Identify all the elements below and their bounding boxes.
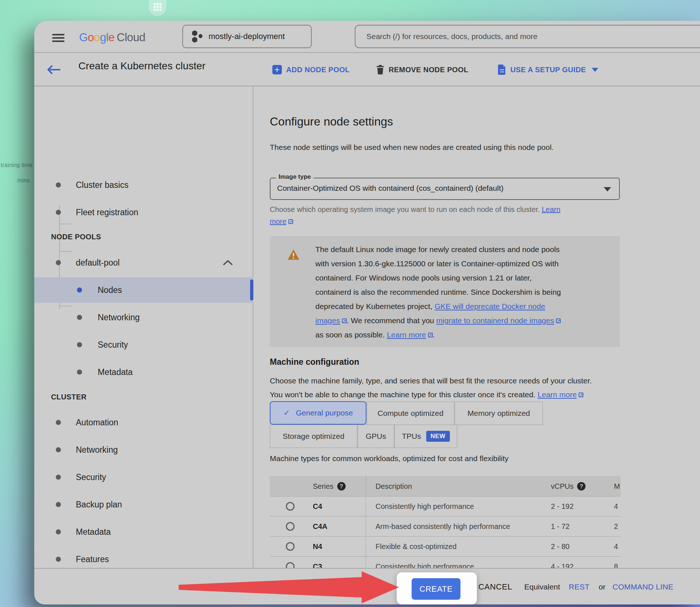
sidebar-item-label: Security [98, 340, 128, 350]
description-cell: Arm-based consistently high performance [376, 522, 510, 531]
column-divider [366, 476, 366, 568]
add-node-pool-button[interactable]: ADD NODE POOL [272, 53, 350, 86]
description-cell: Consistently high performance [376, 502, 474, 511]
sidebar-item-pool-security[interactable]: Security [34, 332, 253, 357]
help-icon[interactable] [577, 482, 586, 490]
sidebar-item-label: Backup plan [76, 500, 122, 510]
sidebar-item-label: default-pool [76, 258, 120, 268]
sidebar-item-label: Automation [76, 418, 118, 428]
vcpus-cell: 1 - 72 [551, 522, 569, 531]
step-dot-icon [56, 529, 61, 534]
stepper-sidebar: Cluster basics Fleet registration NODE P… [34, 86, 253, 568]
chevron-down-icon [592, 68, 598, 72]
image-type-select[interactable]: Image type Container-Optimized OS with c… [270, 178, 620, 200]
sidebar-item-metadata[interactable]: Metadata [34, 519, 253, 545]
tab-label: General purpose [296, 409, 353, 417]
sidebar-item-label: Networking [98, 313, 140, 322]
external-link-icon [342, 318, 347, 323]
radio-button[interactable] [286, 522, 295, 531]
project-selector[interactable]: mostly-ai-deployment [182, 25, 312, 48]
command-line-link[interactable]: COMMAND LINE [612, 569, 673, 604]
learn-more-link[interactable]: Learn more [387, 330, 426, 339]
remove-node-pool-button[interactable]: REMOVE NODE POOL [376, 53, 468, 86]
machine-type-table: Series Description vCPUs M C4 Consistent… [270, 476, 621, 568]
sidebar-item-default-pool[interactable]: default-pool [34, 250, 253, 275]
search-input[interactable] [355, 25, 700, 48]
rest-link[interactable]: REST [569, 569, 590, 604]
vcpus-cell: 2 - 80 [551, 542, 569, 551]
tab-label: TPUs [402, 432, 421, 441]
sidebar-item-cluster-basics[interactable]: Cluster basics [34, 172, 253, 198]
tab-compute-optimized[interactable]: Compute optimized [367, 402, 454, 425]
table-row-c4[interactable]: C4 Consistently high performance 2 - 192… [270, 496, 621, 516]
menu-icon[interactable] [52, 34, 65, 43]
learn-more-link[interactable]: Learn more [538, 390, 577, 399]
memory-cell: 4 [614, 502, 618, 511]
background-grid-icon [149, 0, 166, 16]
setup-guide-button[interactable]: USE A SETUP GUIDE [498, 53, 598, 86]
sidebar-item-backup-plan[interactable]: Backup plan [34, 492, 253, 517]
table-row-c4a[interactable]: C4A Arm-based consistently high performa… [270, 516, 621, 536]
description-cell: Consistently high performance [376, 562, 474, 568]
logo-letter: g [100, 31, 106, 44]
top-bar: GoogleCloud mostly-ai-deployment [34, 21, 700, 53]
radio-button[interactable] [286, 562, 295, 568]
radio-button[interactable] [286, 542, 295, 551]
tab-general-purpose[interactable]: ✓ General purpose [270, 401, 366, 425]
console-window: GoogleCloud mostly-ai-deployment Create … [34, 21, 700, 604]
back-arrow-icon[interactable] [45, 65, 61, 75]
radio-button[interactable] [286, 502, 295, 511]
sidebar-item-label: Nodes [98, 285, 122, 295]
sidebar-section-cluster: CLUSTER [51, 393, 86, 401]
sidebar-item-security[interactable]: Security [34, 464, 253, 490]
tab-storage-optimized[interactable]: Storage optimized [270, 425, 357, 448]
deprecate-docker-link[interactable]: images [315, 316, 340, 325]
table-row-c3[interactable]: C3 Consistently high performance 4 - 192… [270, 556, 621, 568]
collapse-chevron-icon[interactable] [223, 260, 233, 266]
migrate-containerd-link[interactable]: migrate to containerd node images [436, 316, 554, 325]
sidebar-item-automation[interactable]: Automation [34, 410, 253, 435]
logo-letter: e [108, 31, 114, 44]
background-label-mins: mins [18, 177, 30, 184]
sidebar-item-label: Metadata [76, 527, 111, 537]
sidebar-item-pool-metadata[interactable]: Metadata [34, 359, 253, 385]
learn-more-link[interactable]: more [270, 217, 287, 225]
trash-icon [376, 65, 384, 74]
memory-cell: 2 [614, 522, 618, 531]
tab-label: GPUs [366, 432, 386, 441]
tab-memory-optimized[interactable]: Memory optimized [455, 402, 543, 425]
deprecate-docker-link[interactable]: GKE will deprecate Docker node [435, 302, 545, 310]
sidebar-item-label: Metadata [98, 367, 133, 377]
step-dot-icon [77, 342, 82, 347]
create-button[interactable]: CREATE [412, 578, 460, 600]
screen: training time mins GoogleCloud mostly-ai… [0, 0, 700, 607]
step-dot-icon [56, 260, 61, 265]
help-icon[interactable] [337, 482, 346, 490]
step-dot-icon [77, 315, 82, 320]
step-dot-icon [56, 182, 61, 187]
tab-label: Memory optimized [467, 409, 530, 418]
action-bar: CREATE CANCEL Equivalent REST or COMMAND… [34, 568, 700, 604]
cancel-button[interactable]: CANCEL [478, 569, 512, 604]
project-icon [191, 30, 203, 43]
tab-gpus[interactable]: GPUs [358, 425, 394, 448]
sidebar-item-networking[interactable]: Networking [34, 437, 253, 463]
step-dot-icon [56, 210, 61, 215]
step-dot-icon [56, 420, 61, 425]
tab-tpus[interactable]: TPUs NEW [394, 425, 457, 448]
step-dot-icon [77, 370, 82, 375]
step-dot-icon [56, 447, 61, 452]
table-row-n4[interactable]: N4 Flexible & cost-optimized 2 - 80 4 [270, 536, 621, 556]
add-box-icon [272, 65, 282, 74]
sidebar-item-pool-networking[interactable]: Networking [34, 305, 253, 330]
tab-label: Compute optimized [378, 409, 444, 418]
logo-cloud-text: Cloud [117, 31, 145, 44]
remove-node-pool-label: REMOVE NODE POOL [389, 66, 468, 74]
equivalent-label: Equivalent [524, 569, 560, 604]
series-cell: C4A [313, 522, 327, 531]
learn-more-link[interactable]: Learn [542, 205, 560, 213]
sidebar-item-fleet-registration[interactable]: Fleet registration [34, 200, 253, 225]
new-badge: NEW [426, 431, 450, 442]
sidebar-item-nodes[interactable]: Nodes [34, 277, 253, 303]
project-name: mostly-ai-deployment [209, 32, 285, 41]
